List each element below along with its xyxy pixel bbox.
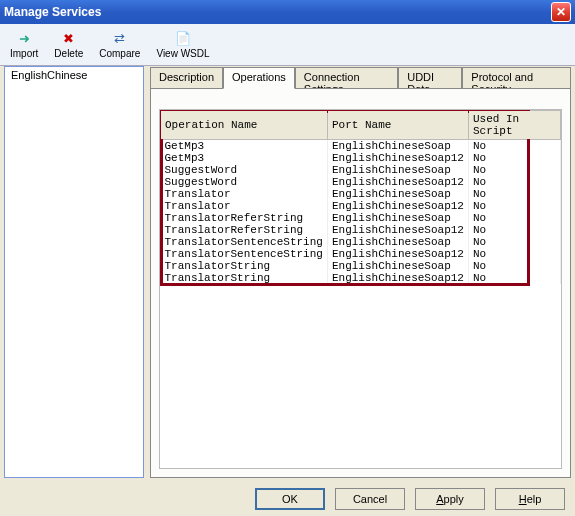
tab-bar: DescriptionOperationsConnection Settings… [150, 66, 571, 88]
table-cell: No [468, 272, 560, 284]
delete-button[interactable]: ✖ Delete [50, 28, 87, 61]
table-row[interactable]: TranslatorReferStringEnglishChineseSoapN… [161, 212, 561, 224]
table-cell: TranslatorReferString [161, 224, 328, 236]
table-cell: TranslatorReferString [161, 212, 328, 224]
table-cell: No [468, 152, 560, 164]
table-cell: GetMp3 [161, 152, 328, 164]
table-row[interactable]: SuggestWordEnglishChineseSoapNo [161, 164, 561, 176]
table-cell: EnglishChineseSoap [327, 212, 468, 224]
compare-icon: ⇄ [111, 30, 129, 46]
table-cell: TranslatorSentenceString [161, 248, 328, 260]
col-port-name[interactable]: Port Name [327, 111, 468, 140]
table-row[interactable]: GetMp3EnglishChineseSoap12No [161, 152, 561, 164]
table-cell: EnglishChineseSoap [327, 236, 468, 248]
table-cell: No [468, 140, 560, 153]
table-row[interactable]: TranslatorSentenceStringEnglishChineseSo… [161, 248, 561, 260]
table-row[interactable]: TranslatorEnglishChineseSoap12No [161, 200, 561, 212]
dialog-footer: OK Cancel Apply Help [255, 488, 565, 510]
table-cell: Translator [161, 200, 328, 212]
table-row[interactable]: TranslatorReferStringEnglishChineseSoap1… [161, 224, 561, 236]
tab-body-operations: Operation Name Port Name Used In Script … [150, 88, 571, 478]
table-cell: SuggestWord [161, 176, 328, 188]
table-cell: No [468, 164, 560, 176]
table-row[interactable]: SuggestWordEnglishChineseSoap12No [161, 176, 561, 188]
help-button[interactable]: Help [495, 488, 565, 510]
table-cell: TranslatorString [161, 260, 328, 272]
tab-description[interactable]: Description [150, 67, 223, 89]
table-cell: No [468, 224, 560, 236]
table-cell: GetMp3 [161, 140, 328, 153]
table-cell: No [468, 200, 560, 212]
table-cell: No [468, 248, 560, 260]
view-wsdl-button[interactable]: 📄 View WSDL [152, 28, 213, 61]
tab-operations[interactable]: Operations [223, 67, 295, 89]
table-cell: Translator [161, 188, 328, 200]
tab-connection-settings[interactable]: Connection Settings [295, 67, 398, 89]
import-button[interactable]: ➜ Import [6, 28, 42, 61]
titlebar: Manage Services ✕ [0, 0, 575, 24]
delete-label: Delete [54, 48, 83, 59]
apply-button[interactable]: Apply [415, 488, 485, 510]
apply-label: Apply [436, 493, 464, 505]
tab-uddi-data[interactable]: UDDI Data [398, 67, 462, 89]
operations-table-wrap[interactable]: Operation Name Port Name Used In Script … [159, 109, 562, 469]
table-cell: TranslatorSentenceString [161, 236, 328, 248]
table-cell: EnglishChineseSoap [327, 164, 468, 176]
table-cell: No [468, 188, 560, 200]
table-cell: EnglishChineseSoap12 [327, 224, 468, 236]
window-title: Manage Services [4, 5, 101, 19]
table-cell: SuggestWord [161, 164, 328, 176]
table-cell: EnglishChineseSoap12 [327, 272, 468, 284]
compare-label: Compare [99, 48, 140, 59]
table-cell: EnglishChineseSoap12 [327, 200, 468, 212]
operations-table: Operation Name Port Name Used In Script … [160, 110, 561, 284]
table-cell: EnglishChineseSoap [327, 188, 468, 200]
service-list[interactable]: EnglishChinese [4, 66, 144, 478]
table-cell: No [468, 212, 560, 224]
view-wsdl-icon: 📄 [174, 30, 192, 46]
col-operation-name[interactable]: Operation Name [161, 111, 328, 140]
main-panel: DescriptionOperationsConnection Settings… [150, 66, 571, 478]
close-icon: ✕ [556, 5, 566, 19]
delete-icon: ✖ [60, 30, 78, 46]
table-cell: EnglishChineseSoap [327, 260, 468, 272]
table-cell: TranslatorString [161, 272, 328, 284]
table-row[interactable]: TranslatorStringEnglishChineseSoapNo [161, 260, 561, 272]
table-cell: EnglishChineseSoap12 [327, 176, 468, 188]
cancel-button[interactable]: Cancel [335, 488, 405, 510]
tab-protocol-and-security[interactable]: Protocol and Security [462, 67, 571, 89]
table-cell: EnglishChineseSoap12 [327, 248, 468, 260]
table-cell: No [468, 260, 560, 272]
table-row[interactable]: TranslatorEnglishChineseSoapNo [161, 188, 561, 200]
table-row[interactable]: GetMp3EnglishChineseSoapNo [161, 140, 561, 153]
table-row[interactable]: TranslatorStringEnglishChineseSoap12No [161, 272, 561, 284]
compare-button[interactable]: ⇄ Compare [95, 28, 144, 61]
import-icon: ➜ [15, 30, 33, 46]
table-cell: EnglishChineseSoap [327, 140, 468, 153]
ok-button[interactable]: OK [255, 488, 325, 510]
toolbar: ➜ Import ✖ Delete ⇄ Compare 📄 View WSDL [0, 24, 575, 66]
service-list-item[interactable]: EnglishChinese [5, 67, 143, 83]
table-cell: No [468, 176, 560, 188]
view-wsdl-label: View WSDL [156, 48, 209, 59]
import-label: Import [10, 48, 38, 59]
table-cell: EnglishChineseSoap12 [327, 152, 468, 164]
table-cell: No [468, 236, 560, 248]
help-label: Help [519, 493, 542, 505]
close-button[interactable]: ✕ [551, 2, 571, 22]
col-used-in-script[interactable]: Used In Script [468, 111, 560, 140]
table-row[interactable]: TranslatorSentenceStringEnglishChineseSo… [161, 236, 561, 248]
